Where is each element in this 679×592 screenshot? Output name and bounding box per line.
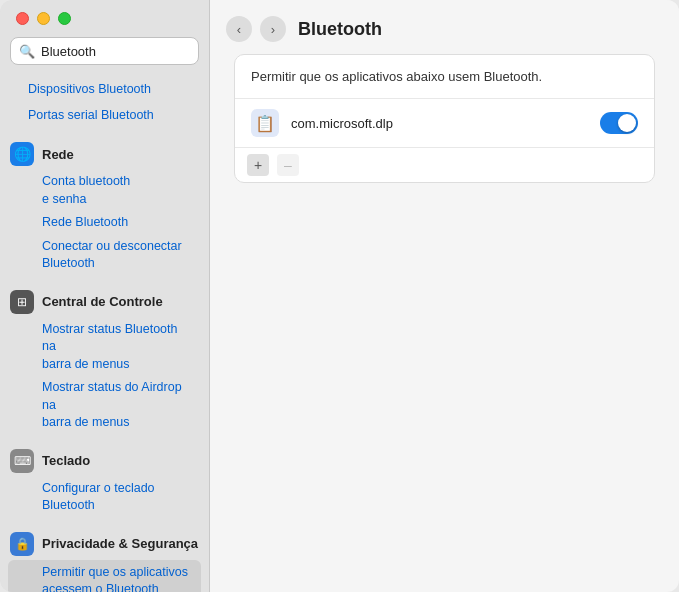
sidebar: 🔍 × Dispositivos Bluetooth Portas serial… bbox=[0, 0, 210, 592]
sidebar-section-central-header[interactable]: ⊞ Central de Controle bbox=[0, 284, 209, 318]
sidebar-item-conta-bluetooth[interactable]: Conta bluetoothe senha bbox=[0, 170, 209, 211]
search-icon: 🔍 bbox=[19, 44, 35, 59]
main-panel: ‹ › Bluetooth Permitir que os aplicativo… bbox=[210, 0, 679, 592]
sidebar-item-rede-bluetooth[interactable]: Rede Bluetooth bbox=[0, 211, 209, 235]
sidebar-section-teclado: ⌨ Teclado Configurar o tecladoBluetooth bbox=[0, 443, 209, 518]
minimize-button[interactable] bbox=[37, 12, 50, 25]
central-label: Central de Controle bbox=[42, 294, 163, 309]
search-input[interactable] bbox=[41, 44, 209, 59]
search-bar: 🔍 × bbox=[10, 37, 199, 65]
main-content: Permitir que os aplicativos abaixo usem … bbox=[210, 54, 679, 592]
central-icon: ⊞ bbox=[10, 290, 34, 314]
sidebar-item-mostrar-status-airdrop[interactable]: Mostrar status do Airdrop nabarra de men… bbox=[0, 376, 209, 435]
teclado-icon: ⌨ bbox=[10, 449, 34, 473]
maximize-button[interactable] bbox=[58, 12, 71, 25]
forward-button[interactable]: › bbox=[260, 16, 286, 42]
page-title: Bluetooth bbox=[298, 19, 382, 40]
close-button[interactable] bbox=[16, 12, 29, 25]
app-toggle[interactable] bbox=[600, 112, 638, 134]
teclado-label: Teclado bbox=[42, 453, 90, 468]
back-button[interactable]: ‹ bbox=[226, 16, 252, 42]
sidebar-section-teclado-header[interactable]: ⌨ Teclado bbox=[0, 443, 209, 477]
permission-footer: + – bbox=[235, 148, 654, 182]
permission-box: Permitir que os aplicativos abaixo usem … bbox=[234, 54, 655, 183]
sidebar-section-rede-header[interactable]: 🌐 Rede bbox=[0, 136, 209, 170]
rede-label: Rede bbox=[42, 147, 74, 162]
main-header: ‹ › Bluetooth bbox=[210, 0, 679, 54]
add-app-button[interactable]: + bbox=[247, 154, 269, 176]
sidebar-item-portas-serial[interactable]: Portas serial Bluetooth bbox=[0, 103, 209, 129]
sidebar-list: Dispositivos Bluetooth Portas serial Blu… bbox=[0, 77, 209, 592]
sidebar-section-rede: 🌐 Rede Conta bluetoothe senha Rede Bluet… bbox=[0, 136, 209, 276]
app-row-com-microsoft-dlp: 📋 com.microsoft.dlp bbox=[235, 99, 654, 148]
traffic-lights bbox=[0, 12, 209, 37]
app-icon: 📋 bbox=[251, 109, 279, 137]
rede-icon: 🌐 bbox=[10, 142, 34, 166]
app-name: com.microsoft.dlp bbox=[291, 116, 588, 131]
sidebar-item-mostrar-status-bt[interactable]: Mostrar status Bluetooth nabarra de menu… bbox=[0, 318, 209, 377]
sidebar-item-conectar-bluetooth[interactable]: Conectar ou desconectarBluetooth bbox=[0, 235, 209, 276]
sidebar-section-privacidade: 🔒 Privacidade & Segurança Permitir que o… bbox=[0, 526, 209, 593]
sidebar-item-dispositivos-bluetooth[interactable]: Dispositivos Bluetooth bbox=[0, 77, 209, 103]
toggle-knob bbox=[618, 114, 636, 132]
sidebar-item-permitir-bluetooth[interactable]: Permitir que os aplicativosacessem o Blu… bbox=[8, 560, 201, 593]
privacidade-icon: 🔒 bbox=[10, 532, 34, 556]
privacidade-label: Privacidade & Segurança bbox=[42, 536, 198, 551]
sidebar-item-configurar-teclado[interactable]: Configurar o tecladoBluetooth bbox=[0, 477, 209, 518]
sidebar-section-privacidade-header[interactable]: 🔒 Privacidade & Segurança bbox=[0, 526, 209, 560]
sidebar-section-central: ⊞ Central de Controle Mostrar status Blu… bbox=[0, 284, 209, 435]
remove-app-button[interactable]: – bbox=[277, 154, 299, 176]
permission-header-text: Permitir que os aplicativos abaixo usem … bbox=[235, 55, 654, 99]
